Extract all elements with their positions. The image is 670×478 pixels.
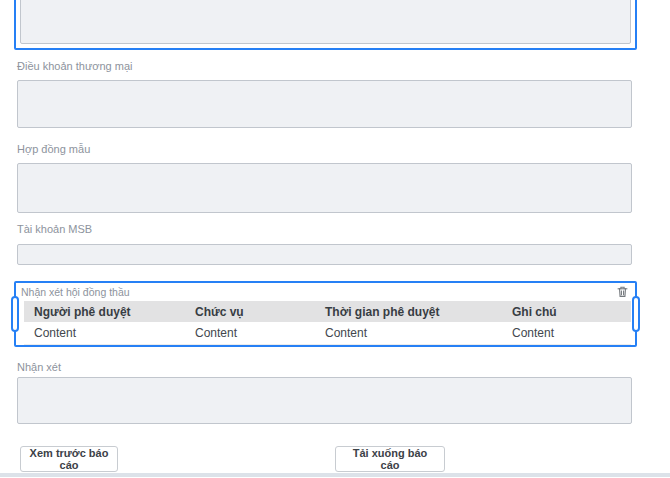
- commercial-terms-textarea[interactable]: [17, 80, 632, 128]
- table-row: Content Content Content Content: [24, 322, 631, 345]
- table-header-approval-time: Thời gian phê duyệt: [325, 301, 512, 322]
- comment-textarea[interactable]: [17, 377, 632, 424]
- resize-handle-left[interactable]: [11, 296, 19, 332]
- table-cell-approver: Content: [24, 322, 195, 345]
- field-label-contract-template: Hợp đồng mẫu: [17, 143, 90, 156]
- committee-table-label: Nhận xét hội đồng thầu: [21, 286, 630, 298]
- preview-report-button[interactable]: Xem trước báo cáo: [20, 446, 118, 472]
- table-header-row: Người phê duyệt Chức vụ Thời gian phê du…: [24, 301, 631, 322]
- table-cell-note: Content: [512, 322, 631, 345]
- download-report-button[interactable]: Tải xuống báo cáo: [335, 446, 445, 472]
- field-label-commercial-terms: Điều khoản thương mại: [17, 60, 132, 73]
- trash-icon: [616, 285, 629, 298]
- field-label-comment: Nhận xét: [17, 361, 61, 374]
- committee-table-widget[interactable]: Nhận xét hội đồng thầu Người: [14, 281, 637, 347]
- table-cell-position: Content: [195, 322, 325, 345]
- delete-widget-button[interactable]: [615, 284, 630, 299]
- table-header-position: Chức vụ: [195, 301, 325, 322]
- committee-table: Người phê duyệt Chức vụ Thời gian phê du…: [24, 301, 631, 345]
- form-canvas: Điều khoản thương mại Hợp đồng mẫu Tài k…: [0, 0, 670, 478]
- committee-table-widget-inner: Nhận xét hội đồng thầu Người: [16, 283, 635, 345]
- table-cell-approval-time: Content: [325, 322, 512, 345]
- resize-handle-right[interactable]: [632, 296, 640, 332]
- table-header-approver: Người phê duyệt: [24, 301, 195, 322]
- table-header-note: Ghi chú: [512, 301, 631, 322]
- contract-template-textarea[interactable]: [17, 163, 632, 213]
- top-textarea[interactable]: [20, 0, 631, 44]
- selected-widget-top-textarea[interactable]: [14, 0, 637, 50]
- field-label-msb-account: Tài khoản MSB: [17, 223, 92, 236]
- bottom-scrollbar-track: [0, 473, 670, 477]
- msb-account-input[interactable]: [17, 244, 632, 265]
